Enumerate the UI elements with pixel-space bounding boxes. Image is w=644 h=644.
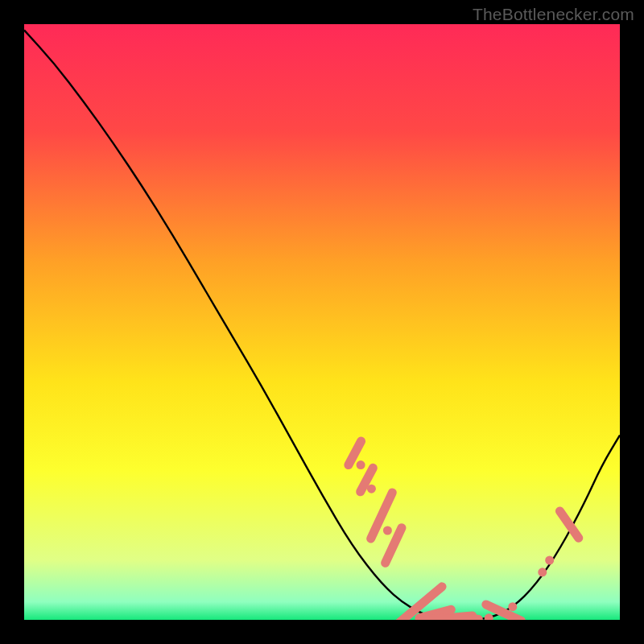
curve-marker-dot — [508, 602, 517, 611]
watermark-text: TheBottlenecker.com — [473, 5, 634, 24]
chart-plot-area — [24, 24, 620, 620]
curve-marker-dot — [538, 568, 547, 576]
curve-marker-dot — [367, 485, 376, 493]
curve-marker-dot — [357, 460, 365, 469]
chart-svg — [24, 24, 620, 620]
curve-marker-dot — [545, 556, 554, 565]
curve-marker-dot — [383, 526, 392, 535]
gradient-background — [24, 24, 620, 620]
